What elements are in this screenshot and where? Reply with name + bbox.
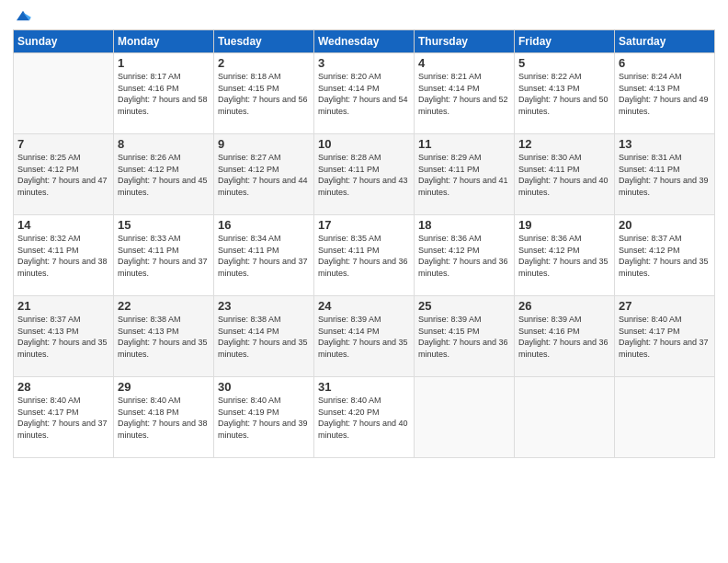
day-number: 29	[118, 380, 210, 394]
day-info: Sunrise: 8:35 AMSunset: 4:11 PMDaylight:…	[318, 233, 410, 279]
day-number: 16	[218, 218, 310, 232]
weekday-header-tuesday: Tuesday	[214, 30, 314, 53]
logo	[13, 9, 31, 22]
calendar-cell: 8Sunrise: 8:26 AMSunset: 4:12 PMDaylight…	[114, 134, 214, 215]
weekday-header-saturday: Saturday	[615, 30, 715, 53]
calendar-cell: 19Sunrise: 8:36 AMSunset: 4:12 PMDayligh…	[515, 215, 615, 296]
calendar-cell: 2Sunrise: 8:18 AMSunset: 4:15 PMDaylight…	[214, 53, 314, 134]
day-number: 15	[118, 218, 210, 232]
calendar-cell: 31Sunrise: 8:40 AMSunset: 4:20 PMDayligh…	[314, 377, 415, 458]
calendar-cell: 27Sunrise: 8:40 AMSunset: 4:17 PMDayligh…	[615, 296, 715, 377]
weekday-header-thursday: Thursday	[415, 30, 515, 53]
calendar-cell: 24Sunrise: 8:39 AMSunset: 4:14 PMDayligh…	[314, 296, 415, 377]
day-info: Sunrise: 8:33 AMSunset: 4:11 PMDaylight:…	[118, 233, 210, 279]
calendar-cell: 26Sunrise: 8:39 AMSunset: 4:16 PMDayligh…	[515, 296, 615, 377]
calendar-cell: 12Sunrise: 8:30 AMSunset: 4:11 PMDayligh…	[515, 134, 615, 215]
day-info: Sunrise: 8:39 AMSunset: 4:14 PMDaylight:…	[318, 314, 410, 360]
calendar-cell: 23Sunrise: 8:38 AMSunset: 4:14 PMDayligh…	[214, 296, 314, 377]
calendar-cell	[14, 53, 114, 134]
calendar-week-row: 21Sunrise: 8:37 AMSunset: 4:13 PMDayligh…	[14, 296, 715, 377]
day-number: 6	[619, 56, 711, 70]
calendar-week-row: 14Sunrise: 8:32 AMSunset: 4:11 PMDayligh…	[14, 215, 715, 296]
day-number: 2	[218, 56, 310, 70]
day-number: 24	[318, 299, 410, 313]
calendar-cell	[415, 377, 515, 458]
calendar-cell: 15Sunrise: 8:33 AMSunset: 4:11 PMDayligh…	[114, 215, 214, 296]
day-number: 22	[118, 299, 210, 313]
day-info: Sunrise: 8:28 AMSunset: 4:11 PMDaylight:…	[318, 152, 410, 198]
day-info: Sunrise: 8:25 AMSunset: 4:12 PMDaylight:…	[17, 152, 109, 198]
calendar-cell: 5Sunrise: 8:22 AMSunset: 4:13 PMDaylight…	[515, 53, 615, 134]
calendar-table: SundayMondayTuesdayWednesdayThursdayFrid…	[13, 29, 715, 458]
calendar-cell: 6Sunrise: 8:24 AMSunset: 4:13 PMDaylight…	[615, 53, 715, 134]
day-info: Sunrise: 8:40 AMSunset: 4:20 PMDaylight:…	[318, 395, 410, 441]
day-number: 20	[619, 218, 711, 232]
calendar-cell: 9Sunrise: 8:27 AMSunset: 4:12 PMDaylight…	[214, 134, 314, 215]
day-number: 21	[17, 299, 109, 313]
calendar-week-row: 7Sunrise: 8:25 AMSunset: 4:12 PMDaylight…	[14, 134, 715, 215]
calendar-cell: 17Sunrise: 8:35 AMSunset: 4:11 PMDayligh…	[314, 215, 415, 296]
calendar-cell: 28Sunrise: 8:40 AMSunset: 4:17 PMDayligh…	[14, 377, 114, 458]
calendar-cell: 18Sunrise: 8:36 AMSunset: 4:12 PMDayligh…	[415, 215, 515, 296]
logo-icon	[15, 9, 31, 22]
day-number: 8	[118, 137, 210, 151]
calendar-cell: 29Sunrise: 8:40 AMSunset: 4:18 PMDayligh…	[114, 377, 214, 458]
day-info: Sunrise: 8:36 AMSunset: 4:12 PMDaylight:…	[418, 233, 510, 279]
calendar-cell: 1Sunrise: 8:17 AMSunset: 4:16 PMDaylight…	[114, 53, 214, 134]
weekday-header-monday: Monday	[114, 30, 214, 53]
calendar-cell: 11Sunrise: 8:29 AMSunset: 4:11 PMDayligh…	[415, 134, 515, 215]
day-number: 27	[619, 299, 711, 313]
day-info: Sunrise: 8:20 AMSunset: 4:14 PMDaylight:…	[318, 71, 410, 117]
calendar-cell: 21Sunrise: 8:37 AMSunset: 4:13 PMDayligh…	[14, 296, 114, 377]
day-info: Sunrise: 8:17 AMSunset: 4:16 PMDaylight:…	[118, 71, 210, 117]
calendar-cell: 13Sunrise: 8:31 AMSunset: 4:11 PMDayligh…	[615, 134, 715, 215]
calendar-cell: 10Sunrise: 8:28 AMSunset: 4:11 PMDayligh…	[314, 134, 415, 215]
calendar-cell	[515, 377, 615, 458]
header	[13, 9, 715, 22]
day-info: Sunrise: 8:24 AMSunset: 4:13 PMDaylight:…	[619, 71, 711, 117]
day-number: 30	[218, 380, 310, 394]
calendar-cell: 30Sunrise: 8:40 AMSunset: 4:19 PMDayligh…	[214, 377, 314, 458]
day-info: Sunrise: 8:27 AMSunset: 4:12 PMDaylight:…	[218, 152, 310, 198]
day-number: 28	[17, 380, 109, 394]
day-info: Sunrise: 8:26 AMSunset: 4:12 PMDaylight:…	[118, 152, 210, 198]
day-number: 18	[418, 218, 510, 232]
calendar-cell	[615, 377, 715, 458]
day-info: Sunrise: 8:37 AMSunset: 4:13 PMDaylight:…	[17, 314, 109, 360]
calendar-cell: 16Sunrise: 8:34 AMSunset: 4:11 PMDayligh…	[214, 215, 314, 296]
day-number: 14	[17, 218, 109, 232]
day-info: Sunrise: 8:39 AMSunset: 4:16 PMDaylight:…	[518, 314, 610, 360]
calendar-cell: 3Sunrise: 8:20 AMSunset: 4:14 PMDaylight…	[314, 53, 415, 134]
day-info: Sunrise: 8:21 AMSunset: 4:14 PMDaylight:…	[418, 71, 510, 117]
calendar-cell: 14Sunrise: 8:32 AMSunset: 4:11 PMDayligh…	[14, 215, 114, 296]
calendar-cell: 22Sunrise: 8:38 AMSunset: 4:13 PMDayligh…	[114, 296, 214, 377]
day-number: 31	[318, 380, 410, 394]
day-number: 17	[318, 218, 410, 232]
day-info: Sunrise: 8:40 AMSunset: 4:17 PMDaylight:…	[619, 314, 711, 360]
day-info: Sunrise: 8:38 AMSunset: 4:13 PMDaylight:…	[118, 314, 210, 360]
day-info: Sunrise: 8:30 AMSunset: 4:11 PMDaylight:…	[518, 152, 610, 198]
day-info: Sunrise: 8:40 AMSunset: 4:18 PMDaylight:…	[118, 395, 210, 441]
day-number: 1	[118, 56, 210, 70]
day-number: 25	[418, 299, 510, 313]
day-info: Sunrise: 8:29 AMSunset: 4:11 PMDaylight:…	[418, 152, 510, 198]
weekday-header-row: SundayMondayTuesdayWednesdayThursdayFrid…	[14, 30, 715, 53]
calendar-cell: 25Sunrise: 8:39 AMSunset: 4:15 PMDayligh…	[415, 296, 515, 377]
day-info: Sunrise: 8:39 AMSunset: 4:15 PMDaylight:…	[418, 314, 510, 360]
day-info: Sunrise: 8:31 AMSunset: 4:11 PMDaylight:…	[619, 152, 711, 198]
day-number: 11	[418, 137, 510, 151]
day-number: 4	[418, 56, 510, 70]
day-number: 9	[218, 137, 310, 151]
day-info: Sunrise: 8:18 AMSunset: 4:15 PMDaylight:…	[218, 71, 310, 117]
calendar-cell: 4Sunrise: 8:21 AMSunset: 4:14 PMDaylight…	[415, 53, 515, 134]
day-info: Sunrise: 8:38 AMSunset: 4:14 PMDaylight:…	[218, 314, 310, 360]
day-number: 13	[619, 137, 711, 151]
day-number: 23	[218, 299, 310, 313]
day-number: 12	[518, 137, 610, 151]
weekday-header-sunday: Sunday	[14, 30, 114, 53]
weekday-header-wednesday: Wednesday	[314, 30, 415, 53]
day-info: Sunrise: 8:32 AMSunset: 4:11 PMDaylight:…	[17, 233, 109, 279]
day-info: Sunrise: 8:40 AMSunset: 4:19 PMDaylight:…	[218, 395, 310, 441]
weekday-header-friday: Friday	[515, 30, 615, 53]
calendar-cell: 7Sunrise: 8:25 AMSunset: 4:12 PMDaylight…	[14, 134, 114, 215]
